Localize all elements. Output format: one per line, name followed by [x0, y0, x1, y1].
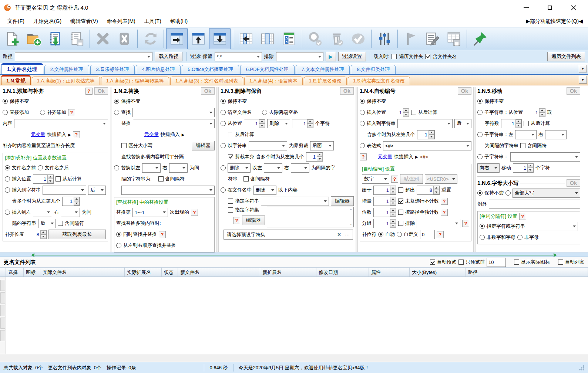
- filter-combobox[interactable]: *.*: [215, 52, 262, 61]
- flag-button[interactable]: [400, 28, 421, 49]
- p1-from-end-checkbox[interactable]: [56, 176, 61, 182]
- auto-column-width-checkbox[interactable]: [558, 260, 563, 265]
- p3-charset-textarea[interactable]: ⌃⌄: [267, 207, 354, 227]
- p5-substring-value-radio[interactable]: [477, 154, 483, 159]
- p2-find-combobox[interactable]: [132, 108, 215, 117]
- import-list-button[interactable]: [44, 28, 66, 49]
- subtab-regex[interactable]: 1.A.高级(1)：正则表达式等: [32, 77, 100, 85]
- help-button[interactable]: ?: [159, 231, 166, 238]
- help-button[interactable]: ?: [73, 131, 80, 138]
- p5-from-end-checkbox[interactable]: [524, 121, 529, 126]
- menu-start-rename[interactable]: 开始更名(G): [29, 16, 66, 27]
- panel3-ok-button[interactable]: Ok: [340, 87, 354, 95]
- edit-list-button[interactable]: [421, 28, 443, 49]
- p1-right-combobox[interactable]: [61, 208, 80, 217]
- tab-file-classification[interactable]: 8.文件归类处理: [351, 65, 396, 74]
- help-button[interactable]: ?: [437, 231, 444, 238]
- panel4-ok-button[interactable]: Ok: [458, 87, 471, 95]
- panel-splitter[interactable]: [356, 87, 358, 252]
- p3-position-spinner[interactable]: 1: [244, 119, 265, 128]
- apply-button[interactable]: [347, 28, 369, 49]
- p4-increment-spinner[interactable]: 1: [373, 197, 396, 206]
- filter-settings-button[interactable]: 过滤设置: [338, 52, 366, 61]
- p5-substring-between-radio[interactable]: [477, 132, 483, 137]
- col-attributes[interactable]: 属性: [369, 268, 410, 277]
- delete-button[interactable]: [326, 28, 347, 49]
- p1-nth-spinner[interactable]: 1: [62, 197, 80, 206]
- p4-expression-combobox[interactable]: <#>: [383, 141, 471, 150]
- p4-exclude-combobox[interactable]: [417, 219, 460, 228]
- p1-pad-length-spinner[interactable]: 8: [26, 230, 47, 239]
- panel-splitter[interactable]: [110, 87, 112, 252]
- p4-start-spinner[interactable]: 1: [373, 186, 396, 195]
- col-icon[interactable]: 图标: [24, 268, 40, 277]
- p4-side-combobox[interactable]: 后: [454, 119, 471, 128]
- p4-pad-char-input[interactable]: 0: [420, 230, 435, 239]
- col-select[interactable]: 选择: [6, 268, 24, 277]
- p5-direction-combobox[interactable]: 向右: [477, 163, 500, 173]
- menu-help[interactable]: 帮助(H): [166, 16, 192, 27]
- p4-assign-target-combobox[interactable]: <USER0>: [425, 174, 457, 184]
- p6-exception-input[interactable]: [489, 200, 580, 209]
- p6-non-alnum-radio[interactable]: [480, 235, 485, 240]
- tab-office-summary[interactable]: 5.Office文档摘要处理: [182, 65, 239, 74]
- p3-from-position-radio[interactable]: [221, 121, 226, 126]
- scroll-down-icon[interactable]: ⌄: [349, 222, 352, 226]
- show-real-icons-checkbox[interactable]: [514, 260, 519, 265]
- p2-left-to-right-radio[interactable]: [116, 243, 121, 248]
- clear-list-button[interactable]: [114, 28, 135, 49]
- meta-variable-link[interactable]: 元变量: [144, 131, 159, 138]
- preview-first-checkbox[interactable]: [458, 260, 464, 265]
- menu-edit-view[interactable]: 编辑查看(V): [66, 16, 103, 27]
- p2-between-value-combobox[interactable]: [121, 186, 215, 195]
- close-button[interactable]: [568, 3, 579, 13]
- help-button[interactable]: ?: [191, 209, 198, 216]
- p1-pad-add-radio[interactable]: [40, 110, 45, 115]
- col-path[interactable]: 路径: [466, 268, 588, 277]
- preview-count-input[interactable]: 10: [487, 258, 506, 267]
- subtab-extension[interactable]: 1.E.扩展名修改: [304, 77, 347, 85]
- collapse-left-icon[interactable]: [31, 253, 34, 257]
- tab-filename-processing[interactable]: 1.文件名处理: [1, 63, 43, 74]
- p3-spec-string-checkbox[interactable]: [228, 199, 233, 204]
- p1-target-string-combobox[interactable]: [43, 186, 86, 195]
- panel-splitter[interactable]: [216, 87, 219, 252]
- more-options-icon[interactable]: ···: [345, 232, 350, 237]
- p3-left-combobox[interactable]: [264, 163, 282, 173]
- p4-uncounted-checkbox[interactable]: [398, 199, 403, 204]
- p1-after-name-radio[interactable]: [38, 165, 43, 170]
- p4-digits-spinner[interactable]: 1: [373, 208, 396, 217]
- p1-before-name-radio[interactable]: [5, 165, 10, 170]
- p5-keep-radio[interactable]: [477, 99, 483, 104]
- quick-locate-label[interactable]: ▶部分功能快速定位(Q)◀: [526, 18, 585, 25]
- p4-overflow-checkbox[interactable]: [398, 187, 403, 193]
- p3-boundary-combobox[interactable]: [249, 141, 287, 150]
- get-longest-button[interactable]: 获取列表最长: [48, 230, 106, 239]
- collapse-right-icon[interactable]: [554, 253, 557, 257]
- include-folder-name-checkbox[interactable]: [425, 54, 430, 59]
- refresh-button[interactable]: [140, 28, 161, 49]
- panel2-ok-button[interactable]: Ok: [201, 87, 215, 95]
- help-button[interactable]: ?: [391, 176, 398, 183]
- p6-separator-combobox[interactable]: [527, 222, 578, 231]
- p1-content-combobox[interactable]: [14, 119, 108, 128]
- p2-case-sensitive-checkbox[interactable]: [121, 143, 127, 148]
- traverse-folders-checkbox[interactable]: [392, 54, 397, 59]
- p3-charset-editor-button[interactable]: 编辑器: [242, 216, 265, 225]
- meta-variable-link[interactable]: 元变量: [378, 153, 392, 160]
- menu-command-list[interactable]: 命令列表(M): [103, 16, 140, 27]
- search-button[interactable]: [305, 28, 326, 49]
- p4-number-type-combobox[interactable]: 数字: [362, 174, 389, 184]
- p4-from-end-checkbox[interactable]: [411, 110, 416, 115]
- p2-editor-button[interactable]: 编辑器: [192, 141, 215, 150]
- help-button[interactable]: ?: [233, 217, 240, 224]
- p5-count-spinner[interactable]: 1: [501, 119, 522, 128]
- show-bottom-panel-button[interactable]: [209, 28, 231, 49]
- p6-non-alpha-radio[interactable]: [517, 235, 523, 240]
- file-table-body[interactable]: [0, 277, 588, 354]
- p3-by-string-radio[interactable]: [221, 143, 226, 148]
- column-layout-button[interactable]: [257, 28, 278, 49]
- horizontal-splitter[interactable]: [0, 252, 588, 257]
- col-new-ext[interactable]: 新扩展名: [260, 268, 316, 277]
- save-list-button[interactable]: [66, 28, 87, 49]
